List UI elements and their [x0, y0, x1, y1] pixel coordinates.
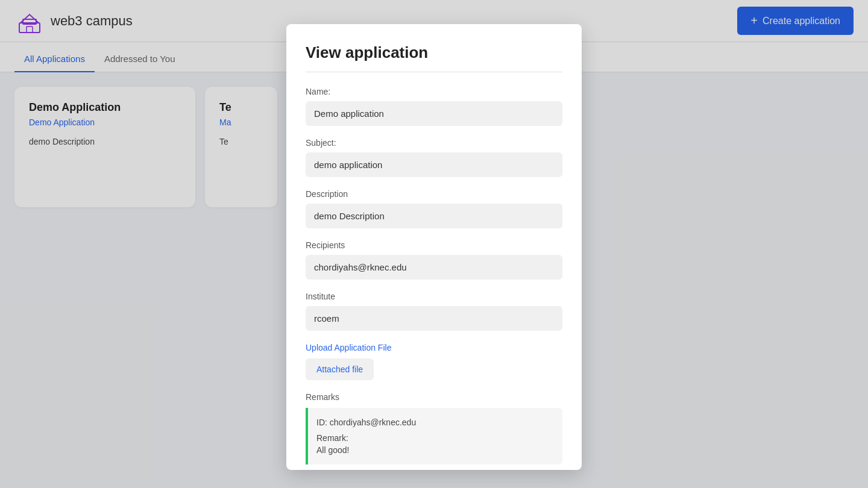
attached-file-label: Attached file [316, 364, 363, 374]
remarks-label: Remarks [306, 392, 562, 402]
field-subject-label: Subject: [306, 138, 562, 148]
field-institute-label: Institute [306, 292, 562, 301]
remark-label-text: Remark: [316, 433, 554, 443]
remarks-section: Remarks ID: chordiyahs@rknec.edu Remark:… [306, 392, 562, 465]
remark-item: ID: chordiyahs@rknec.edu Remark: All goo… [306, 408, 562, 465]
field-name-label: Name: [306, 87, 562, 96]
upload-label: Upload Application File [306, 343, 562, 352]
upload-label-highlight: Application File [334, 343, 391, 352]
field-name-value: Demo application [306, 101, 562, 126]
field-institute: Institute rcoem [306, 292, 562, 331]
attached-file-button[interactable]: Attached file [306, 358, 374, 380]
field-recipients-label: Recipients [306, 240, 562, 250]
field-description-value: demo Description [306, 204, 562, 228]
remark-id: ID: chordiyahs@rknec.edu [316, 418, 554, 427]
remark-text-value: All good! [316, 445, 554, 455]
field-description-label: Description [306, 189, 562, 199]
field-recipients-value: chordiyahs@rknec.edu [306, 255, 562, 280]
modal-title: View application [306, 43, 562, 72]
view-application-modal: View application Name: Demo application … [286, 24, 582, 470]
field-recipients: Recipients chordiyahs@rknec.edu [306, 240, 562, 280]
field-subject: Subject: demo application [306, 138, 562, 177]
upload-label-prefix: Upload [306, 343, 334, 352]
field-name: Name: Demo application [306, 87, 562, 126]
upload-section: Upload Application File Attached file [306, 343, 562, 380]
field-institute-value: rcoem [306, 306, 562, 331]
field-description: Description demo Description [306, 189, 562, 228]
field-subject-value: demo application [306, 152, 562, 177]
